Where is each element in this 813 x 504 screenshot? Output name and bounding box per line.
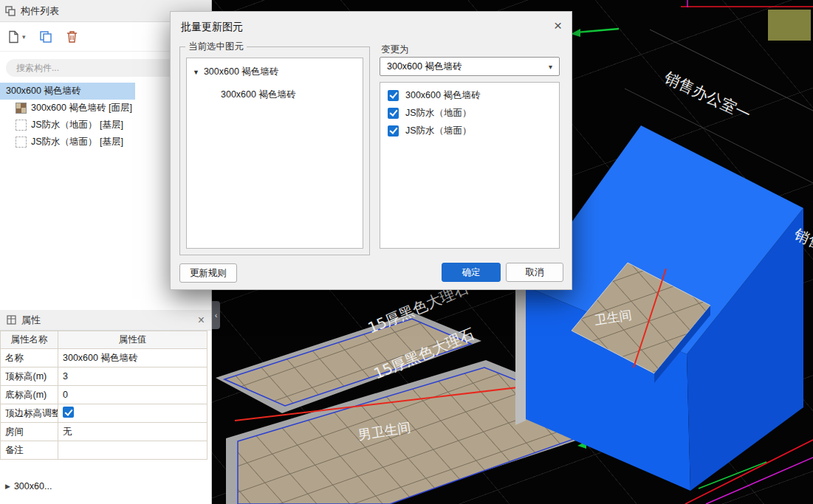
option-checkbox[interactable] — [388, 108, 399, 119]
close-icon[interactable]: × — [198, 314, 205, 326]
cancel-button[interactable]: 取消 — [506, 263, 563, 282]
col-header-value: 属性值 — [58, 331, 207, 349]
option-row-waterproof-floor[interactable]: JS防水（地面） — [388, 107, 553, 119]
col-header-name: 属性名称 — [1, 331, 58, 349]
tree-item-label: JS防水（地面） [基层] — [31, 119, 123, 131]
wall-band-block — [515, 285, 526, 425]
table-row: 底标高(m) 0 — [1, 386, 207, 404]
option-label: JS防水（地面） — [405, 107, 472, 120]
change-to-dropdown[interactable]: 300x600 褐色墙砖 ▾ — [380, 57, 560, 76]
option-checkbox[interactable] — [388, 90, 399, 101]
ok-button[interactable]: 确定 — [442, 263, 501, 282]
current-selection-group: 当前选中图元 ▼ 300x600 褐色墙砖 300x600 褐色墙砖 — [179, 46, 370, 255]
trash-icon — [66, 30, 78, 44]
cad-green-arrow-top — [576, 29, 619, 32]
expander-collapsed-icon: ▶ — [5, 483, 10, 490]
properties-table: 属性名称 属性值 名称 300x600 褐色墙砖 顶标高(m) 3 底标高(m)… — [0, 331, 207, 460]
current-selection-group-label: 当前选中图元 — [185, 41, 247, 53]
option-row-tile[interactable]: 300x600 褐色墙砖 — [388, 89, 553, 101]
prop-name: 房间 — [1, 423, 58, 441]
prop-name: 名称 — [1, 349, 58, 367]
properties-icon — [7, 315, 16, 325]
prop-value-input[interactable]: 0 — [58, 386, 207, 404]
panel-collapse-handle[interactable]: ‹ — [212, 301, 220, 329]
prop-value-input[interactable]: 3 — [58, 367, 207, 386]
dialog-tree-child-label: 300x600 褐色墙砖 — [221, 89, 295, 100]
properties-title: 属性 — [21, 314, 41, 327]
empty-swatch-icon — [16, 137, 27, 148]
top-elevation-adjust-checkbox[interactable] — [63, 407, 74, 418]
prop-value-cell — [58, 404, 207, 423]
chevron-down-icon: ▾ — [549, 63, 552, 71]
application-window: 销售办公室一 销售 15厚黑色大理石 15厚黑色大理石 男卫生间 卫生间 构件列… — [0, 0, 813, 504]
copy-icon — [39, 30, 52, 44]
prop-name: 底标高(m) — [1, 386, 58, 404]
new-component-button[interactable]: ▾ — [7, 30, 26, 44]
copy-component-button[interactable] — [39, 30, 52, 44]
option-label: 300x600 褐色墙砖 — [405, 89, 480, 102]
prop-value-input[interactable]: 无 — [58, 423, 207, 441]
properties-panel: 属性 × 属性名称 属性值 名称 300x600 褐色墙砖 顶标高(m) 3 底… — [0, 310, 212, 504]
change-to-label: 变更为 — [381, 44, 409, 56]
collapse-left-icon: ‹ — [215, 311, 218, 320]
component-list-icon — [5, 6, 16, 16]
prop-name: 顶边标高调整 — [1, 404, 58, 423]
prop-name: 顶标高(m) — [1, 367, 58, 386]
texture-swatch-icon — [16, 103, 27, 114]
table-row: 名称 300x600 褐色墙砖 — [1, 349, 207, 367]
dialog-close-icon[interactable]: × — [554, 18, 562, 34]
new-component-caret-icon[interactable]: ▾ — [22, 33, 26, 41]
prop-value-input[interactable]: 300x600 褐色墙砖 — [58, 349, 207, 367]
table-row: 顶标高(m) 3 — [1, 367, 207, 386]
component-list-title: 构件列表 — [21, 4, 59, 18]
properties-header: 属性 × — [0, 310, 211, 331]
tree-item-selected[interactable]: 300x600 褐色墙砖 — [0, 83, 135, 100]
target-options-list: 300x600 褐色墙砖 JS防水（地面） JS防水（墙面） — [380, 82, 560, 249]
dialog-tree-child[interactable]: 300x600 褐色墙砖 — [221, 89, 363, 101]
prop-name: 备注 — [1, 441, 58, 460]
update-rule-button[interactable]: 更新规则 — [179, 263, 237, 283]
table-row: 备注 — [1, 441, 207, 460]
option-row-waterproof-wall[interactable]: JS防水（墙面） — [388, 125, 553, 137]
tree-item-label: 300x600 褐色墙砖 [面层] — [31, 102, 132, 114]
collapsed-property-group[interactable]: ▶ 300x60... — [0, 478, 211, 494]
empty-swatch-icon — [16, 120, 27, 131]
option-label: JS防水（墙面） — [405, 125, 472, 137]
collapsed-group-label: 300x60... — [14, 481, 52, 491]
room-label-sales-office: 销售办公室一 — [662, 69, 753, 124]
current-selection-list[interactable]: ▼ 300x600 褐色墙砖 300x600 褐色墙砖 — [186, 58, 363, 249]
tree-item-label: JS防水（墙面） [基层] — [31, 136, 123, 148]
table-row: 房间 无 — [1, 423, 207, 441]
tree-item-label: 300x600 褐色墙砖 — [6, 85, 80, 97]
prop-value-input[interactable] — [58, 441, 207, 460]
option-checkbox[interactable] — [388, 125, 399, 137]
dialog-tree-parent-label: 300x600 褐色墙砖 — [204, 66, 278, 78]
dialog-tree-parent[interactable]: ▼ 300x600 褐色墙砖 — [193, 66, 363, 78]
dropdown-value: 300x600 褐色墙砖 — [387, 61, 462, 73]
delete-component-button[interactable] — [66, 30, 78, 44]
expander-open-icon[interactable]: ▼ — [193, 69, 199, 76]
batch-update-dialog: 批量更新图元 × 当前选中图元 ▼ 300x600 褐色墙砖 300x600 褐… — [170, 11, 572, 290]
table-row: 顶边标高调整 — [1, 404, 207, 423]
new-document-icon — [7, 30, 20, 44]
dialog-title: 批量更新图元 — [181, 21, 243, 34]
khaki-face — [768, 10, 811, 41]
